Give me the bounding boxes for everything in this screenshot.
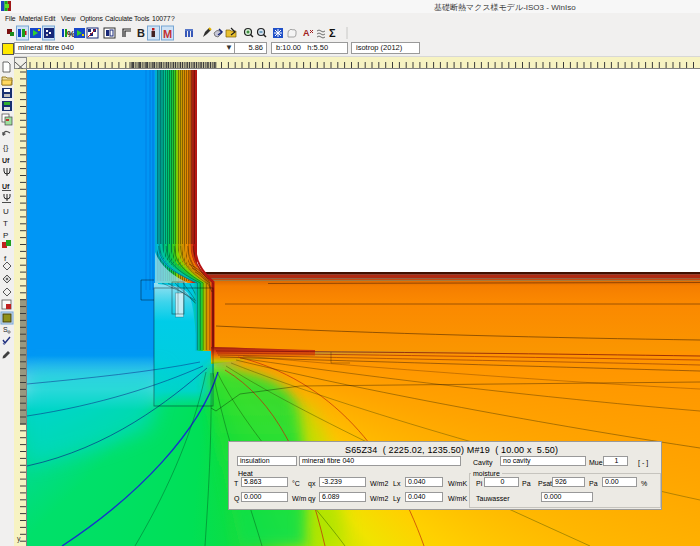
svg-text:Uf: Uf xyxy=(2,157,10,164)
svg-text:f: f xyxy=(4,254,7,263)
svg-text:M: M xyxy=(163,28,172,40)
svg-text:B: B xyxy=(137,27,145,39)
svg-text:Uf: Uf xyxy=(2,183,10,190)
svg-text:T: T xyxy=(3,219,8,228)
svg-text:Σ: Σ xyxy=(329,27,336,39)
svg-text:{}: {} xyxy=(3,143,9,152)
svg-text:S: S xyxy=(3,326,8,333)
svg-text:y: y xyxy=(17,535,21,543)
svg-text:%: % xyxy=(67,29,75,39)
svg-text:A: A xyxy=(303,28,310,38)
svg-text:U: U xyxy=(3,207,9,216)
svg-text:P: P xyxy=(3,231,8,240)
